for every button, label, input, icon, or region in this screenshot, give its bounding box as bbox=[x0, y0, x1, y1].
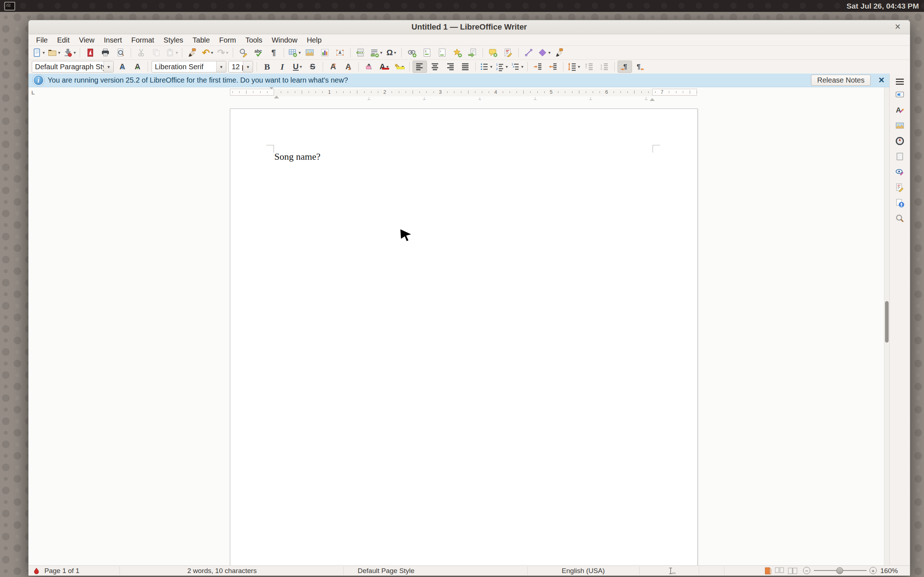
menu-view[interactable]: View bbox=[74, 35, 99, 45]
insert-table-button[interactable]: ▾ bbox=[287, 47, 302, 59]
menu-file[interactable]: File bbox=[31, 35, 52, 45]
line-spacing-dropdown-arrow[interactable]: ▾ bbox=[578, 64, 580, 69]
underline-dropdown-arrow[interactable]: ▾ bbox=[300, 64, 302, 69]
menu-styles[interactable]: Styles bbox=[159, 35, 188, 45]
insert-bookmark-button[interactable] bbox=[450, 47, 465, 59]
indent-marker-right[interactable] bbox=[650, 92, 655, 98]
insert-special-character-dropdown-arrow[interactable]: ▾ bbox=[394, 50, 396, 55]
undo-button[interactable]: ↶▾ bbox=[200, 47, 215, 59]
export-pdf-button[interactable] bbox=[83, 47, 97, 59]
single-page-view-icon[interactable] bbox=[765, 567, 771, 576]
left-to-right-button[interactable]: ¶ bbox=[617, 61, 632, 73]
new-style-button[interactable]: A＋ bbox=[130, 61, 145, 73]
basic-shapes-button[interactable]: ▾ bbox=[537, 47, 551, 59]
clone-formatting-button[interactable] bbox=[185, 47, 200, 59]
highlight-color-button[interactable]: ✎▾ bbox=[392, 61, 406, 73]
menu-form[interactable]: Form bbox=[215, 35, 241, 45]
sidebar-deck-style-inspector[interactable] bbox=[893, 166, 907, 179]
sidebar-deck-properties[interactable] bbox=[893, 89, 907, 102]
sidebar-deck-gallery[interactable] bbox=[893, 120, 907, 133]
font-color-button[interactable]: A▾ bbox=[377, 61, 391, 73]
document-page[interactable]: Song name? bbox=[230, 108, 698, 566]
sidebar-deck-page[interactable] bbox=[893, 151, 907, 164]
insert-chart-button[interactable] bbox=[318, 47, 332, 59]
insert-page-break-button[interactable] bbox=[353, 47, 368, 59]
increase-indent-button[interactable] bbox=[531, 61, 545, 73]
open-button[interactable]: ▾ bbox=[47, 47, 61, 59]
infobar-close-icon[interactable]: × bbox=[879, 76, 884, 85]
update-style-button[interactable]: A↻ bbox=[115, 61, 129, 73]
strikethrough-button[interactable]: S bbox=[305, 61, 320, 73]
paragraph-style-dropdown-arrow[interactable]: ▾ bbox=[103, 61, 113, 72]
show-draw-functions-button[interactable] bbox=[552, 47, 567, 59]
release-notes-button[interactable]: Release Notes bbox=[811, 75, 871, 86]
sidebar-deck-navigator[interactable] bbox=[893, 135, 907, 148]
window-close-button[interactable]: × bbox=[895, 21, 901, 32]
italic-button[interactable]: I bbox=[275, 61, 289, 73]
underline-button[interactable]: U▾ bbox=[290, 61, 305, 73]
sidebar-deck-accessibility-check[interactable] bbox=[893, 197, 907, 210]
insert-endnote-button[interactable]: i bbox=[435, 47, 449, 59]
menu-format[interactable]: Format bbox=[127, 35, 159, 45]
insert-footnote-button[interactable]: 1 bbox=[420, 47, 434, 59]
superscript-button[interactable]: A2 bbox=[326, 61, 340, 73]
formatting-marks-button[interactable]: ¶ bbox=[267, 47, 281, 59]
zoom-in-button[interactable]: + bbox=[869, 567, 877, 574]
menu-table[interactable]: Table bbox=[188, 35, 215, 45]
align-left-button[interactable] bbox=[412, 61, 427, 73]
page-number-field[interactable]: Page 1 of 1 bbox=[44, 567, 79, 575]
line-spacing-button[interactable]: ▾ bbox=[566, 61, 581, 73]
indent-marker-left[interactable] bbox=[269, 89, 279, 96]
menu-tools[interactable]: Tools bbox=[241, 35, 267, 45]
selection-mode-icon[interactable] bbox=[668, 567, 677, 576]
bold-button[interactable]: B bbox=[260, 61, 274, 73]
decrease-indent-button[interactable] bbox=[546, 61, 560, 73]
ruler-tab-type-selector[interactable]: L bbox=[31, 89, 35, 95]
sidebar-deck-find[interactable] bbox=[893, 213, 907, 226]
insert-field-dropdown-arrow[interactable]: ▾ bbox=[380, 50, 382, 55]
font-size-value[interactable]: 12 pt bbox=[229, 63, 243, 71]
screenshot-tool-icon[interactable] bbox=[4, 2, 15, 10]
insert-field-button[interactable]: ▾ bbox=[368, 47, 383, 59]
right-to-left-button[interactable]: ¶ bbox=[633, 61, 647, 73]
insert-comment-button[interactable] bbox=[486, 47, 500, 59]
font-name-combobox[interactable]: Liberation Serif▾ bbox=[152, 61, 226, 73]
sidebar-deck-styles[interactable]: A bbox=[893, 104, 907, 117]
unordered-list-dropdown-arrow[interactable]: ▾ bbox=[490, 64, 492, 69]
font-size-dropdown-arrow[interactable]: ▾ bbox=[243, 61, 253, 72]
vertical-scrollbar[interactable] bbox=[884, 87, 889, 566]
page-style-field[interactable]: Default Page Style bbox=[358, 567, 414, 575]
unsaved-changes-icon[interactable] bbox=[34, 567, 39, 576]
new-document-button[interactable]: ▾ bbox=[31, 47, 46, 59]
insert-text-box-button[interactable]: A bbox=[333, 47, 347, 59]
insert-table-dropdown-arrow[interactable]: ▾ bbox=[299, 50, 300, 55]
menu-help[interactable]: Help bbox=[302, 35, 326, 45]
new-document-dropdown-arrow[interactable]: ▾ bbox=[43, 50, 45, 55]
document-text[interactable]: Song name? bbox=[274, 152, 320, 162]
ordered-list-button[interactable]: 12▾ bbox=[494, 61, 509, 73]
menu-insert[interactable]: Insert bbox=[99, 35, 127, 45]
font-name-value[interactable]: Liberation Serif bbox=[152, 63, 216, 71]
align-right-button[interactable] bbox=[443, 61, 457, 73]
font-size-combobox[interactable]: 12 pt▾ bbox=[228, 61, 253, 73]
zoom-out-button[interactable]: − bbox=[803, 567, 810, 574]
menu-window[interactable]: Window bbox=[267, 35, 302, 45]
window-titlebar[interactable]: Untitled 1 — LibreOffice Writer × bbox=[29, 20, 910, 34]
scrollbar-thumb[interactable] bbox=[885, 301, 888, 343]
align-justify-button[interactable] bbox=[458, 61, 472, 73]
zoom-slider-thumb[interactable] bbox=[836, 567, 843, 574]
unordered-list-button[interactable]: ▾ bbox=[478, 61, 493, 73]
paragraph-style-combobox[interactable]: Default Paragraph Style▾ bbox=[32, 61, 114, 73]
open-dropdown-arrow[interactable]: ▾ bbox=[58, 50, 60, 55]
word-count-field[interactable]: 2 words, 10 characters bbox=[187, 567, 257, 575]
insert-line-button[interactable] bbox=[522, 47, 536, 59]
language-field[interactable]: English (USA) bbox=[527, 567, 639, 575]
insert-hyperlink-button[interactable] bbox=[405, 47, 419, 59]
print-button[interactable] bbox=[98, 47, 113, 59]
align-center-button[interactable] bbox=[428, 61, 442, 73]
find-and-replace-button[interactable] bbox=[236, 47, 250, 59]
clear-formatting-button[interactable]: A bbox=[362, 61, 376, 73]
outline-list-dropdown-arrow[interactable]: ▾ bbox=[521, 64, 523, 69]
sidebar-settings-button[interactable] bbox=[894, 77, 906, 86]
basic-shapes-dropdown-arrow[interactable]: ▾ bbox=[548, 50, 551, 55]
